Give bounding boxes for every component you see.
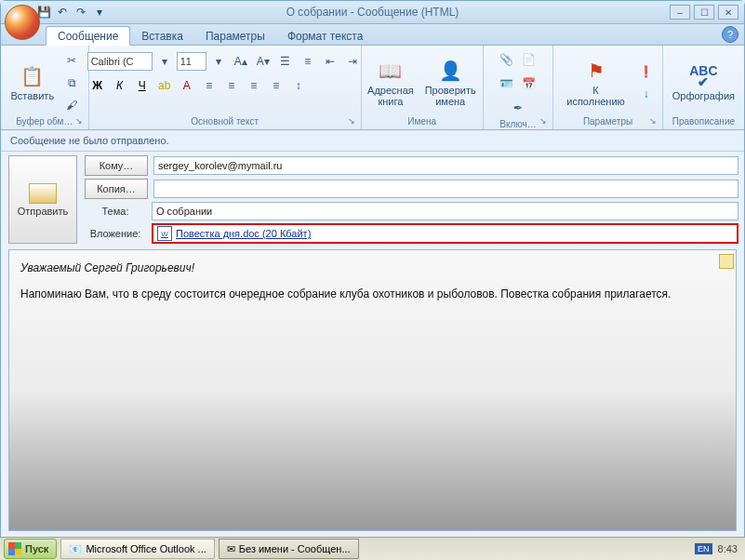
compose-header: Отправить Кому… Копия… Тема: Вложение: bbox=[1, 152, 744, 247]
compose-area: Отправить Кому… Копия… Тема: Вложение: bbox=[1, 152, 744, 539]
attach-item-icon[interactable]: 📄 bbox=[519, 49, 539, 70]
send-label: Отправить bbox=[18, 206, 69, 217]
copy-icon[interactable]: ⧉ bbox=[61, 73, 82, 93]
address-book-label: Адресная книга bbox=[367, 85, 414, 107]
windows-logo-icon bbox=[8, 542, 21, 555]
subject-label: Тема: bbox=[85, 206, 146, 217]
taskbar-item-outlook[interactable]: 📧 Microsoft Office Outlook ... bbox=[60, 539, 214, 559]
font-color-icon[interactable]: A bbox=[177, 75, 197, 96]
bullets-icon[interactable]: ☰ bbox=[275, 51, 296, 72]
font-name-combo[interactable]: Calibri (С bbox=[87, 52, 153, 71]
redo-icon[interactable]: ↷ bbox=[73, 5, 88, 20]
tab-insert[interactable]: Вставка bbox=[130, 27, 194, 45]
group-followup-label: Параметры bbox=[583, 115, 632, 127]
taskbar-item-outlook-label: Microsoft Office Outlook ... bbox=[86, 543, 206, 554]
followup-button[interactable]: ⚑ К исполнению bbox=[559, 57, 632, 109]
cc-button[interactable]: Копия… bbox=[85, 179, 148, 199]
followup-label: К исполнению bbox=[563, 85, 628, 107]
paste-button[interactable]: 📋 Вставить bbox=[7, 62, 59, 103]
indent-icon[interactable]: ⇥ bbox=[342, 51, 363, 72]
start-button[interactable]: Пуск bbox=[4, 539, 57, 559]
qat-dropdown-icon[interactable]: ▾ bbox=[92, 5, 107, 20]
tab-format-text[interactable]: Формат текста bbox=[276, 27, 374, 45]
taskbar: Пуск 📧 Microsoft Office Outlook ... ✉ Бе… bbox=[0, 537, 745, 560]
group-clipboard-label: Буфер обм… bbox=[16, 115, 73, 127]
outdent-icon[interactable]: ⇤ bbox=[320, 51, 340, 72]
message-body[interactable]: Уважаемый Сергей Григорьевич! Напоминаю … bbox=[8, 249, 737, 531]
bold-icon[interactable]: Ж bbox=[87, 75, 108, 96]
system-tray: EN 8:43 bbox=[695, 543, 741, 554]
low-importance-icon[interactable]: ↓ bbox=[636, 84, 657, 104]
group-spelling: ABC✔ Орфография Правописание bbox=[663, 46, 744, 129]
line-spacing-icon[interactable]: ↕ bbox=[288, 75, 309, 96]
highlight-icon[interactable]: ab bbox=[154, 75, 175, 96]
subject-input[interactable] bbox=[152, 202, 738, 220]
format-painter-icon[interactable]: 🖌 bbox=[61, 95, 82, 115]
taskbar-item-compose-label: Без имени - Сообщен... bbox=[239, 543, 351, 554]
language-indicator[interactable]: EN bbox=[695, 543, 712, 554]
minimize-button[interactable]: – bbox=[670, 5, 690, 20]
align-center-icon[interactable]: ≡ bbox=[221, 75, 242, 96]
numbering-icon[interactable]: ≡ bbox=[298, 51, 318, 72]
tab-message[interactable]: Сообщение bbox=[46, 26, 130, 46]
to-button[interactable]: Кому… bbox=[85, 155, 148, 176]
window-title: О собрании - Сообщение (HTML) bbox=[286, 6, 459, 19]
attach-file-icon[interactable]: 📎 bbox=[497, 49, 517, 70]
clipboard-icon: 📋 bbox=[20, 64, 46, 88]
calendar-icon[interactable]: 📅 bbox=[519, 73, 539, 94]
font-size-dropdown-icon[interactable]: ▾ bbox=[208, 51, 229, 72]
cut-icon[interactable]: ✂ bbox=[61, 50, 82, 71]
group-spelling-label: Правописание bbox=[672, 115, 735, 127]
send-button[interactable]: Отправить bbox=[8, 155, 77, 244]
group-include-label: Включ… bbox=[499, 118, 536, 130]
attachment-field[interactable]: W Повестка дня.doc (20 Кбайт) bbox=[152, 223, 738, 244]
clipboard-launcher-icon[interactable]: ↘ bbox=[75, 116, 86, 127]
office-button[interactable] bbox=[5, 5, 40, 40]
cc-input[interactable] bbox=[153, 180, 738, 198]
high-importance-icon[interactable]: ❗ bbox=[636, 61, 657, 82]
start-label: Пуск bbox=[25, 543, 48, 554]
options-launcher-icon[interactable]: ↘ bbox=[649, 116, 660, 127]
check-names-label: Проверить имена bbox=[424, 85, 476, 107]
underline-icon[interactable]: Ч bbox=[132, 75, 153, 96]
align-right-icon[interactable]: ≡ bbox=[244, 75, 264, 96]
clock: 8:43 bbox=[718, 543, 738, 554]
font-name-dropdown-icon[interactable]: ▾ bbox=[154, 51, 175, 72]
group-names: 📖 Адресная книга 👤 Проверить имена Имена bbox=[362, 46, 484, 129]
group-names-label: Имена bbox=[407, 115, 436, 127]
justify-icon[interactable]: ≡ bbox=[266, 75, 286, 96]
spelling-button[interactable]: ABC✔ Орфография bbox=[669, 62, 738, 103]
tab-options[interactable]: Параметры bbox=[194, 27, 276, 45]
signature-icon[interactable]: ✒ bbox=[508, 98, 528, 118]
italic-icon[interactable]: К bbox=[110, 75, 130, 96]
group-include: 📎 📄 🪪 📅 ✒ Включ… ↘ bbox=[484, 46, 554, 129]
status-message: Сообщение не было отправлено. bbox=[1, 130, 744, 152]
body-paragraph: Напоминаю Вам, что в среду состоится оче… bbox=[20, 287, 725, 300]
address-book-icon: 📖 bbox=[378, 59, 404, 83]
grow-font-icon[interactable]: A▴ bbox=[231, 51, 251, 72]
font-launcher-icon[interactable]: ↘ bbox=[348, 116, 359, 127]
address-book-button[interactable]: 📖 Адресная книга bbox=[364, 57, 417, 109]
envelope-icon bbox=[29, 183, 57, 204]
group-font-label: Основной текст bbox=[191, 115, 259, 127]
title-bar: 💾 ↶ ↷ ▾ О собрании - Сообщение (HTML) – … bbox=[1, 1, 744, 24]
to-input[interactable] bbox=[153, 156, 738, 175]
font-size-combo[interactable]: 11 bbox=[177, 52, 206, 71]
business-card-icon[interactable]: 🪪 bbox=[497, 73, 517, 94]
check-names-button[interactable]: 👤 Проверить имена bbox=[420, 57, 480, 109]
shrink-font-icon[interactable]: A▾ bbox=[253, 51, 273, 72]
close-button[interactable]: ✕ bbox=[718, 5, 738, 20]
paste-label: Вставить bbox=[11, 90, 55, 101]
maximize-button[interactable]: ☐ bbox=[694, 5, 714, 20]
attachment-label: Вложение: bbox=[85, 228, 146, 239]
spelling-label: Орфография bbox=[672, 90, 735, 101]
help-icon[interactable]: ? bbox=[722, 26, 738, 43]
undo-icon[interactable]: ↶ bbox=[55, 5, 70, 20]
align-left-icon[interactable]: ≡ bbox=[199, 75, 220, 96]
body-greeting: Уважаемый Сергей Григорьевич! bbox=[20, 261, 725, 274]
check-names-icon: 👤 bbox=[437, 59, 463, 83]
taskbar-item-compose[interactable]: ✉ Без имени - Сообщен... bbox=[219, 539, 359, 559]
group-font: Calibri (С ▾ 11 ▾ A▴ A▾ ☰ ≡ ⇤ ⇥ Ж К Ч ab… bbox=[89, 46, 362, 129]
group-followup: ⚑ К исполнению ❗ ↓ Параметры ↘ bbox=[553, 46, 662, 129]
include-launcher-icon[interactable]: ↘ bbox=[539, 116, 551, 127]
